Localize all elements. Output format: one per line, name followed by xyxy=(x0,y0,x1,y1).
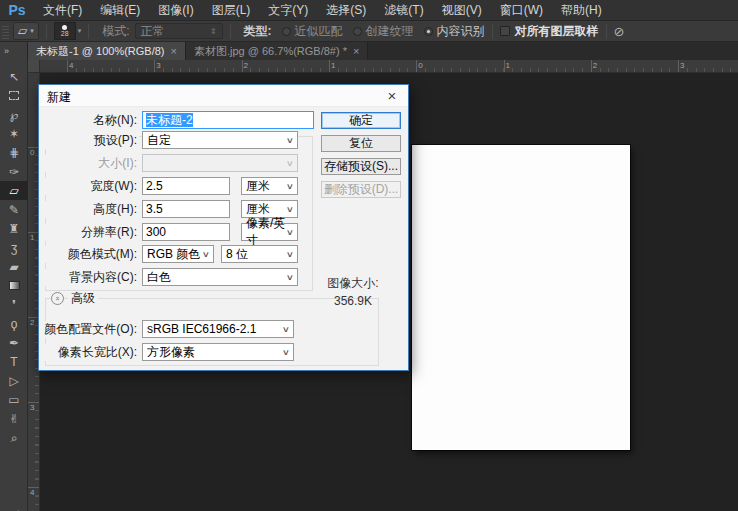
menubar-item-4[interactable]: 文字(Y) xyxy=(259,0,317,20)
dodge-tool[interactable]: ϙ xyxy=(0,314,28,333)
reset-button[interactable]: 复位 xyxy=(321,135,401,152)
menubar-item-8[interactable]: 窗口(W) xyxy=(491,0,552,20)
gradient-tool-icon xyxy=(9,281,20,290)
healing-brush-tool[interactable]: ▱ xyxy=(0,181,28,200)
color-mode-label: 颜色模式(M): xyxy=(39,246,139,263)
chevron-down-icon: ▾ xyxy=(30,27,34,35)
width-unit-dropdown[interactable]: 厘米 ∨ xyxy=(241,177,298,195)
healing-brush-icon: ▱ xyxy=(18,24,27,38)
document-canvas[interactable] xyxy=(412,145,630,450)
rectangular-marquee-tool[interactable] xyxy=(0,86,28,105)
options-bar-grip[interactable] xyxy=(2,24,9,39)
bit-depth-dropdown[interactable]: 8 位 ∨ xyxy=(221,245,298,263)
width-input[interactable]: 2.5 xyxy=(142,177,230,195)
tab-label: 素材图.jpg @ 66.7%(RGB/8#) * xyxy=(194,44,347,59)
v-ruler-number: 4 xyxy=(30,488,34,497)
checkbox-icon[interactable] xyxy=(500,26,510,36)
zoom-tool-icon: ⌕ xyxy=(11,431,18,445)
menubar-item-5[interactable]: 选择(S) xyxy=(317,0,375,20)
clone-stamp-tool[interactable]: ♜ xyxy=(0,219,28,238)
ruler-origin-corner[interactable] xyxy=(28,60,40,73)
type-radio-0[interactable]: 近似匹配 xyxy=(282,23,343,40)
menubar-item-0[interactable]: 文件(F) xyxy=(34,0,91,20)
type-radio-label: 创建纹理 xyxy=(366,23,414,40)
document-tab-1[interactable]: 素材图.jpg @ 66.7%(RGB/8#) *× xyxy=(186,42,368,60)
name-label: 名称(N): xyxy=(39,112,139,129)
radio-icon xyxy=(353,27,362,36)
separator xyxy=(230,24,231,39)
height-input[interactable]: 3.5 xyxy=(142,200,230,218)
dialog-title-bar[interactable]: 新建 × xyxy=(39,85,408,107)
brush-size-picker[interactable]: 28 xyxy=(54,22,76,40)
magic-wand-tool[interactable]: ✶ xyxy=(0,124,28,143)
pixel-aspect-dropdown[interactable]: 方形像素 ∨ xyxy=(142,343,294,361)
close-icon[interactable]: × xyxy=(353,45,359,57)
history-brush-tool[interactable]: ʒ xyxy=(0,238,28,257)
lasso-tool[interactable]: ℘ xyxy=(0,105,28,124)
type-tool[interactable]: T xyxy=(0,352,28,371)
color-mode-value: RGB 颜色 xyxy=(147,246,200,263)
horizontal-ruler[interactable]: 43210123 xyxy=(40,60,738,73)
delete-preset-button: 删除预设(D)... xyxy=(321,181,401,198)
chevron-down-icon: ∨ xyxy=(286,228,294,237)
menubar-item-2[interactable]: 图像(I) xyxy=(149,0,202,20)
pen-tool[interactable]: ✒ xyxy=(0,333,28,352)
sample-all-layers-option[interactable]: 对所有图层取样 xyxy=(500,23,599,40)
h-ruler-number: 2 xyxy=(244,61,248,70)
move-tool[interactable]: ↖ xyxy=(0,67,28,86)
current-tool-preset[interactable]: ▱ ▾ xyxy=(13,22,39,40)
chevron-down-icon: ∨ xyxy=(286,273,294,282)
menubar-item-6[interactable]: 滤镜(T) xyxy=(375,0,432,20)
background-contents-label: 背景内容(C): xyxy=(39,269,139,286)
chevron-down-icon: ∨ xyxy=(282,348,290,357)
color-profile-dropdown[interactable]: sRGB IEC61966-2.1 ∨ xyxy=(142,320,294,338)
mode-dropdown[interactable]: 正常 ⇕ xyxy=(135,23,223,39)
name-input[interactable]: 未标题-2 xyxy=(142,111,314,129)
document-tab-0[interactable]: 未标题-1 @ 100%(RGB/8)× xyxy=(28,42,186,60)
preset-dropdown[interactable]: 自定 ∨ xyxy=(142,131,298,149)
resolution-unit-dropdown[interactable]: 像素/英寸 ∨ xyxy=(241,223,298,241)
hand-tool[interactable]: ✌ xyxy=(0,409,28,428)
background-contents-value: 白色 xyxy=(147,269,171,286)
menubar-item-9[interactable]: 帮助(H) xyxy=(552,0,611,20)
color-profile-label: 颜色配置文件(O): xyxy=(39,321,139,338)
chevron-down-icon[interactable]: ▾ xyxy=(78,27,82,35)
chevron-down-icon: ∨ xyxy=(202,250,210,259)
h-ruler-number: 1 xyxy=(331,61,335,70)
chevron-down-icon: ∨ xyxy=(286,182,294,191)
color-mode-dropdown[interactable]: RGB 颜色 ∨ xyxy=(142,245,214,263)
menubar-item-3[interactable]: 图层(L) xyxy=(203,0,260,20)
crop-tool[interactable]: ⋕ xyxy=(0,143,28,162)
gradient-tool[interactable] xyxy=(0,276,28,295)
separator xyxy=(88,24,89,39)
menubar-item-1[interactable]: 编辑(E) xyxy=(91,0,149,20)
zoom-tool[interactable]: ⌕ xyxy=(0,428,28,447)
eraser-tool-icon: ▰ xyxy=(9,260,18,274)
advanced-collapse-button[interactable]: » xyxy=(51,292,64,305)
eyedropper-tool[interactable]: ✑ xyxy=(0,162,28,181)
path-selection-tool[interactable]: ▷ xyxy=(0,371,28,390)
history-brush-tool-icon: ʒ xyxy=(11,241,18,255)
h-ruler-number: 2 xyxy=(593,61,597,70)
collapse-tool-panel-button[interactable]: » xyxy=(0,42,28,60)
advanced-label: 高级 xyxy=(68,291,98,306)
blur-tool[interactable]: ❜ xyxy=(0,295,28,314)
crop-tool-icon: ⋕ xyxy=(9,146,19,160)
type-radio-1[interactable]: 创建纹理 xyxy=(353,23,414,40)
background-contents-dropdown[interactable]: 白色 ∨ xyxy=(142,268,298,286)
h-ruler-number: 1 xyxy=(506,61,510,70)
pixel-aspect-label: 像素长宽比(X): xyxy=(39,344,139,361)
tablet-pressure-icon[interactable]: ⊘ xyxy=(614,24,625,39)
close-icon[interactable]: × xyxy=(383,87,401,104)
type-radio-2[interactable]: 内容识别 xyxy=(424,23,485,40)
menubar-item-7[interactable]: 视图(V) xyxy=(433,0,491,20)
close-icon[interactable]: × xyxy=(171,45,177,57)
save-preset-button[interactable]: 存储预设(S)... xyxy=(321,158,401,175)
ok-button[interactable]: 确定 xyxy=(321,112,401,129)
eraser-tool[interactable]: ▰ xyxy=(0,257,28,276)
shape-tool[interactable]: ▭ xyxy=(0,390,28,409)
radio-icon xyxy=(282,27,291,36)
resolution-input[interactable]: 300 xyxy=(142,223,230,241)
tool-panel: ↖℘✶⋕✑▱✎♜ʒ▰❜ϙ✒T▷▭✌⌕ ⇄ ○ xyxy=(0,60,28,511)
brush-tool[interactable]: ✎ xyxy=(0,200,28,219)
